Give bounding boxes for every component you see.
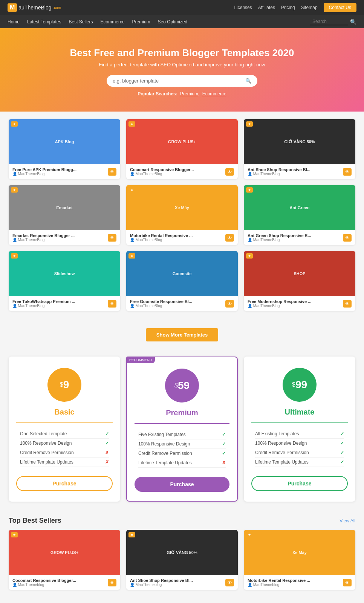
template-info: Motorbike Rental Responsive ... 👤 MauThe…: [126, 230, 238, 245]
nav-latest-templates[interactable]: Latest Templates: [27, 19, 61, 24]
thumb-label: Goomsite: [126, 251, 238, 296]
feature-label: Lifetime Template Updates: [255, 459, 309, 465]
price-amount: 9: [63, 379, 69, 391]
price-amount: 99: [295, 379, 307, 391]
top-links: Licenses Affiliates Pricing Sitemap Cont…: [234, 3, 356, 12]
thumb-label: Emarket: [9, 185, 120, 230]
star-badge: ★: [11, 532, 18, 537]
plan-name: Ultimate: [251, 408, 348, 416]
nav-premium[interactable]: Premium: [132, 19, 150, 24]
preview-button[interactable]: 👁: [225, 300, 234, 308]
nav-search-input[interactable]: [310, 18, 348, 25]
template-card: ★ GIỜ VÀNG 50% Ant Shoe Shop Responsive …: [126, 530, 238, 590]
template-card: ★ GROW PLUS+ Cocomart Responsive Blogger…: [126, 119, 238, 179]
template-card: ★ APK Blog Free Pure APK Premium Blogg..…: [9, 119, 120, 179]
view-all-link[interactable]: View All: [340, 518, 355, 523]
pricing-card-ultimate: $ 99 Ultimate All Existing Templates ✓ 1…: [244, 357, 355, 502]
purchase-button[interactable]: Purchase: [251, 476, 348, 491]
hero-search-input[interactable]: [113, 78, 245, 84]
template-title: Free Pure APK Premium Blogg...: [12, 167, 108, 172]
star-badge: ★: [11, 187, 18, 193]
best-sellers-header: Top Best Sellers View All: [9, 517, 355, 525]
hero-search-bar: 🔍: [107, 75, 257, 87]
affiliates-link[interactable]: Affiliates: [258, 5, 275, 10]
template-title: Ant Shoe Shop Responsive Bl...: [130, 578, 225, 583]
hero-section: Best Free and Premium Blogger Templates …: [0, 28, 364, 112]
preview-button[interactable]: 👁: [225, 168, 234, 176]
template-info: Cocomart Responsive Blogger... 👤 MauThem…: [9, 575, 120, 590]
preview-button[interactable]: 👁: [343, 579, 352, 586]
plan-divider: [16, 422, 113, 423]
template-info: Emarket Responsive Blogger ... 👤 MauThem…: [9, 230, 120, 245]
check-yes-icon: ✓: [222, 451, 226, 456]
template-left: Free Pure APK Premium Blogg... 👤 MauThem…: [12, 167, 108, 176]
feature-list: All Existing Templates ✓ 100% Responsive…: [251, 429, 348, 467]
template-title: Motorbike Rental Responsive ...: [248, 578, 343, 583]
template-info: Cocomart Responsive Blogger... 👤 MauThem…: [126, 164, 238, 179]
preview-button[interactable]: 👁: [225, 234, 234, 242]
price-circle: $ 59: [165, 369, 199, 403]
preview-button[interactable]: 👁: [225, 579, 234, 586]
preview-button[interactable]: 👁: [108, 234, 116, 242]
sitemap-link[interactable]: Sitemap: [301, 5, 318, 10]
template-author: 👤 MauThemeblog: [12, 583, 108, 587]
template-author: 👤 MauThemeBlog: [130, 172, 225, 176]
template-author: 👤 MauThemeBlog: [248, 172, 343, 176]
feature-label: One Selected Template: [20, 431, 67, 436]
popular-premium-link[interactable]: Premium: [180, 91, 198, 96]
template-left: Free Goomsite Responsive Bl... 👤 MauThem…: [130, 299, 225, 308]
star-badge: ★: [128, 532, 135, 537]
nav-seo-optimized[interactable]: Seo Optimized: [158, 19, 188, 24]
template-author: 👤 MauThemeblog: [248, 583, 343, 587]
preview-button[interactable]: 👁: [108, 579, 116, 586]
purchase-button[interactable]: Purchase: [135, 477, 229, 492]
preview-button[interactable]: 👁: [108, 300, 116, 308]
feature-item: One Selected Template ✓: [20, 429, 109, 439]
best-sellers-grid: ★ GROW PLUS+ Cocomart Responsive Blogger…: [9, 530, 355, 590]
search-icon[interactable]: 🔍: [350, 19, 356, 25]
contact-us-button[interactable]: Contact Us: [324, 3, 356, 12]
pricing-link[interactable]: Pricing: [281, 5, 295, 10]
template-card: ★ Ant Green Ant Green Shop Responsive B.…: [244, 185, 355, 245]
star-badge: ★: [11, 253, 18, 259]
template-info: Free TokoWhatsapp Premium ... 👤 MauTheme…: [9, 296, 120, 311]
preview-button[interactable]: 👁: [108, 168, 116, 176]
template-info: Ant Green Shop Responsive B... 👤 MauThem…: [244, 230, 355, 245]
recommend-badge: RECOMMEND: [126, 357, 155, 363]
feature-list: Five Existing Templates ✓ 100% Responsiv…: [135, 430, 229, 468]
template-title: Free Modernshop Responsive ...: [248, 299, 343, 304]
show-more-button[interactable]: Show More Templates: [146, 328, 218, 341]
star-badge: ★: [128, 187, 135, 193]
logo-com: .com: [53, 6, 61, 10]
thumb-label: Slideshow: [9, 251, 120, 296]
nav-ecommerce[interactable]: Ecommerce: [101, 19, 125, 24]
template-card: ★ GROW PLUS+ Cocomart Responsive Blogger…: [9, 530, 120, 590]
popular-ecommerce-link[interactable]: Ecommerce: [202, 91, 226, 96]
licenses-link[interactable]: Licenses: [234, 5, 252, 10]
plan-divider: [251, 422, 348, 423]
nav-home[interactable]: Home: [8, 19, 20, 24]
preview-button[interactable]: 👁: [343, 234, 352, 242]
template-title: Ant Shoe Shop Responsive Bl...: [248, 167, 343, 172]
template-card: ★ Goomsite Free Goomsite Responsive Bl..…: [126, 251, 238, 311]
logo-text: auThemeBlog: [18, 5, 51, 11]
hero-search-icon[interactable]: 🔍: [245, 78, 251, 84]
check-yes-icon: ✓: [105, 441, 109, 446]
price-currency: $: [292, 381, 295, 388]
check-yes-icon: ✓: [222, 441, 226, 447]
thumb-label: Ant Green: [244, 185, 355, 230]
feature-label: Credit Remove Permission: [138, 451, 192, 456]
star-badge: ★: [246, 187, 253, 193]
feature-item: Lifetime Template Updates ✗: [138, 458, 226, 468]
preview-button[interactable]: 👁: [343, 168, 352, 176]
price-circle: $ 9: [47, 368, 81, 402]
preview-button[interactable]: 👁: [343, 300, 352, 308]
check-yes-icon: ✓: [222, 432, 226, 437]
template-card: ★ Slideshow Free TokoWhatsapp Premium ..…: [9, 251, 120, 311]
purchase-button[interactable]: Purchase: [16, 476, 113, 491]
feature-item: 100% Responsive Design ✓: [138, 439, 226, 449]
template-card: ★ Emarket Emarket Responsive Blogger ...…: [9, 185, 120, 245]
nav-best-sellers[interactable]: Best Sellers: [69, 19, 93, 24]
template-left: Cocomart Responsive Blogger... 👤 MauThem…: [130, 167, 225, 176]
logo[interactable]: M auThemeBlog .com: [8, 3, 61, 12]
